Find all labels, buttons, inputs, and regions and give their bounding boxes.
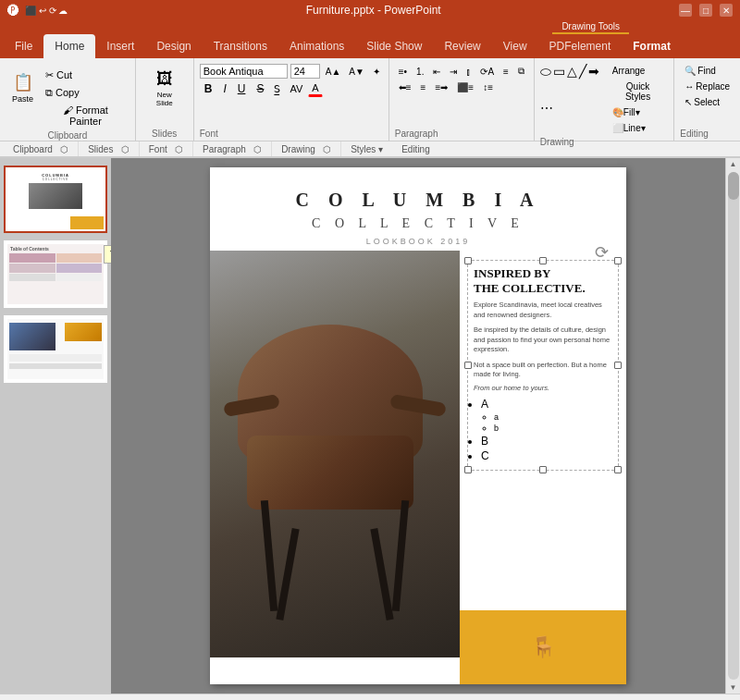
handle-tc: [539, 257, 547, 264]
cut-button[interactable]: ✂ Cut: [42, 68, 130, 83]
slide-canvas[interactable]: C O L U M B I A C O L L E C T I V E LOOK…: [210, 167, 626, 684]
ribbon-tabs: File Home Insert Design Transitions Anim…: [0, 34, 740, 58]
replace-button[interactable]: ↔ Replace: [680, 80, 734, 93]
label-font: Font ⬡: [140, 141, 193, 156]
paragraph-label: Paragraph: [395, 127, 438, 139]
clipboard-group: 📋 Paste ✂ Cut ⧉ Copy 🖌 Format Painter Cl…: [0, 58, 136, 141]
scroll-down-button[interactable]: ▼: [728, 682, 739, 694]
text-direction-button[interactable]: ⟳A: [476, 64, 498, 79]
tab-transitions[interactable]: Transitions: [203, 34, 278, 58]
inspired-para3: Not a space built on perfection. But a h…: [474, 361, 612, 380]
bullet-B: B: [481, 435, 612, 448]
inspired-box[interactable]: ⟳ INSPIRED BYTHE COLLECTIVE. Explore Sca…: [467, 260, 619, 471]
canvas-area: C O L U M B I A C O L L E C T I V E LOOK…: [111, 158, 725, 694]
tab-insert[interactable]: Insert: [95, 34, 145, 58]
tab-file[interactable]: File: [4, 34, 43, 58]
arrange-button[interactable]: Arrange: [608, 64, 669, 78]
bullet-list: A a b B C: [481, 398, 612, 462]
shape-triangle[interactable]: △: [567, 64, 577, 99]
minimize-button[interactable]: —: [679, 4, 692, 17]
drawing-group: ⬭ ▭ △ ╱ ➡ ⋯ Arrange Quick Styles 🎨Fill▾ …: [535, 58, 674, 141]
tab-format[interactable]: Format: [622, 34, 682, 58]
find-button[interactable]: 🔍 Find: [680, 64, 734, 78]
handle-ml: [464, 362, 472, 369]
close-button[interactable]: ✕: [720, 4, 733, 17]
slide-panel: 1 COLUMBIA COLLECTIVE 2 Table of Content…: [0, 158, 111, 694]
align-left-button[interactable]: ⬅≡: [395, 80, 415, 94]
align-text-button[interactable]: ≡: [500, 64, 512, 79]
increase-font-button[interactable]: A▲: [323, 65, 344, 79]
new-slide-button[interactable]: 🖼 New Slide: [142, 64, 188, 112]
tab-design[interactable]: Design: [145, 34, 202, 58]
underline-button[interactable]: U: [233, 80, 251, 97]
fontcolor-button[interactable]: A: [308, 80, 322, 97]
shape-oval[interactable]: ⬭: [540, 64, 551, 99]
decrease-indent-button[interactable]: ⇤: [429, 64, 444, 79]
tab-home[interactable]: Home: [43, 34, 95, 58]
handle-mr: [614, 362, 622, 369]
increase-indent-button[interactable]: ⇥: [446, 64, 461, 79]
slide-lookbook: LOOKBOOK 2019: [210, 237, 626, 246]
window-controls: ⬛ ↩ ⟳ ☁: [25, 6, 68, 16]
strikethrough-button[interactable]: S: [252, 80, 268, 97]
clear-format-button[interactable]: ✦: [370, 65, 383, 79]
slide-thumb-2[interactable]: Table of Contents: [4, 240, 107, 308]
justify-button[interactable]: ⬛≡: [453, 80, 477, 94]
slide-thumb-1[interactable]: COLUMBIA COLLECTIVE: [4, 166, 107, 233]
handle-bl: [464, 466, 472, 473]
slide-thumb-container-2: 2 Table of Contents: [4, 240, 107, 308]
italic-button[interactable]: I: [218, 80, 230, 97]
font-name-input[interactable]: Book Antiqua: [200, 64, 288, 79]
shape-arrow[interactable]: ➡: [588, 64, 599, 99]
tab-slideshow[interactable]: Slide Show: [355, 34, 433, 58]
shape-line[interactable]: ╱: [579, 64, 586, 99]
shape-rect[interactable]: ▭: [553, 64, 565, 99]
paste-button[interactable]: 📋 Paste: [6, 64, 40, 112]
scroll-thumb[interactable]: [728, 172, 739, 200]
quick-styles-button[interactable]: Quick Styles: [608, 80, 669, 104]
shape-more[interactable]: ⋯: [540, 101, 553, 135]
shape-outline-button[interactable]: ⬜Line▾: [608, 121, 669, 135]
columns-button[interactable]: ⫿: [462, 64, 475, 79]
copy-button[interactable]: ⧉ Copy: [42, 85, 130, 101]
handle-br: [614, 466, 622, 473]
label-clipboard: Clipboard ⬡: [4, 141, 79, 156]
inspired-title: INSPIRED BYTHE COLLECTIVE.: [474, 266, 612, 295]
tab-view[interactable]: View: [492, 34, 538, 58]
app-icon: 🅟: [7, 4, 19, 18]
slide-thumb-container-3: 3: [4, 315, 107, 383]
charspace-button[interactable]: AV: [286, 81, 306, 96]
inspired-icon: ⟳: [595, 242, 609, 263]
ribbon-section-labels: Clipboard ⬡ Slides ⬡ Font ⬡ Paragraph ⬡ …: [0, 141, 740, 158]
align-right-button[interactable]: ≡➡: [431, 80, 451, 94]
font-group: Book Antiqua 24 A▲ A▼ ✦ B I U S S̲ AV A …: [194, 58, 389, 141]
title-bar: 🅟 ⬛ ↩ ⟳ ☁ Furniture.pptx - PowerPoint — …: [0, 0, 740, 20]
tab-animations[interactable]: Animations: [278, 34, 355, 58]
line-spacing-button[interactable]: ↕≡: [479, 80, 497, 94]
inspired-para2: Be inspired by the details of culture, d…: [474, 325, 612, 355]
shadow-button[interactable]: S̲: [270, 81, 284, 97]
format-painter-button[interactable]: 🖌 Format Painter: [42, 103, 130, 129]
font-label: Font: [200, 127, 218, 139]
ribbon: 📋 Paste ✂ Cut ⧉ Copy 🖌 Format Painter Cl…: [0, 58, 740, 141]
numbering-button[interactable]: 1.: [413, 64, 427, 79]
scroll-up-button[interactable]: ▲: [728, 158, 739, 170]
slide-thumb-inner-2: Table of Contents: [7, 244, 104, 304]
title-bar-left: 🅟 ⬛ ↩ ⟳ ☁: [7, 4, 68, 18]
font-size-input[interactable]: 24: [290, 64, 320, 79]
bold-button[interactable]: B: [200, 80, 217, 97]
select-button[interactable]: ↖ Select: [680, 95, 734, 109]
shape-fill-button[interactable]: 🎨Fill▾: [608, 105, 669, 119]
maximize-button[interactable]: □: [699, 4, 712, 17]
bullets-button[interactable]: ≡•: [395, 64, 411, 79]
tab-review[interactable]: Review: [433, 34, 491, 58]
label-slides: Slides ⬡: [79, 141, 140, 156]
decrease-font-button[interactable]: A▼: [346, 65, 367, 79]
window-buttons: — □ ✕: [679, 4, 733, 17]
bullet-A: A: [481, 398, 612, 411]
align-center-button[interactable]: ≡: [417, 80, 430, 94]
smartart-button[interactable]: ⧉: [514, 64, 528, 79]
drawing-label: Drawing: [540, 135, 574, 147]
slide-thumb-3[interactable]: [4, 315, 107, 383]
tab-pdfelement[interactable]: PDFelement: [538, 34, 623, 58]
